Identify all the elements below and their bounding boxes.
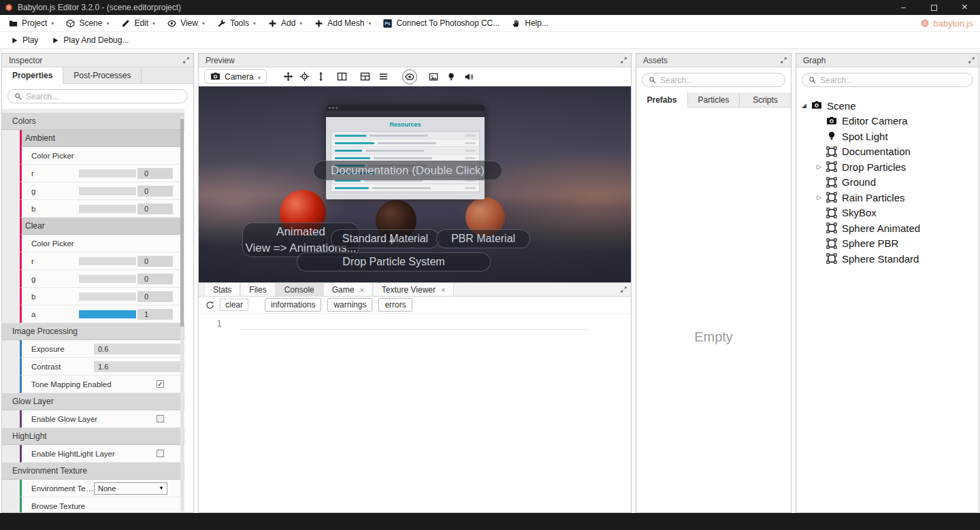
close-icon[interactable]: × <box>441 286 445 294</box>
tree-item-editor-camera[interactable]: Editor Camera <box>796 114 979 129</box>
tree-item-sphere-standard[interactable]: Sphere Standard <box>796 251 979 267</box>
tree-item-documentation[interactable]: Documentation <box>796 144 979 160</box>
label-standard-material[interactable]: Standard Material <box>331 229 440 248</box>
prop-row-contrast[interactable]: Contrast1.6 <box>20 358 180 376</box>
tab-scripts[interactable]: Scripts <box>740 93 791 107</box>
camera-select-button[interactable]: Camera <box>204 69 267 84</box>
tab-files[interactable]: Files <box>240 283 275 296</box>
refresh-icon[interactable] <box>206 301 214 310</box>
tree-expanded-caret-icon[interactable]: ◢ <box>802 102 811 109</box>
expand-panel-icon[interactable] <box>618 284 629 295</box>
menu-item-connect-to-photoshop-cc[interactable]: PsConnect To Photoshop CC... <box>377 15 506 31</box>
value-field[interactable]: 0 <box>137 168 173 179</box>
tab-stats[interactable]: Stats <box>204 283 240 296</box>
checkbox[interactable] <box>157 415 164 423</box>
value-field[interactable]: 1.6 <box>94 361 184 372</box>
folder-header-clear[interactable]: Clear <box>20 218 180 235</box>
split-horizontal-button[interactable] <box>357 69 374 84</box>
prop-row-exposure[interactable]: Exposure0.6 <box>20 340 180 358</box>
search-input[interactable] <box>660 76 779 85</box>
tree-item-sphere-pbr[interactable]: Sphere PBR <box>796 236 979 252</box>
checkbox[interactable] <box>157 380 164 388</box>
menu-item-edit[interactable]: Edit▾ <box>115 15 161 31</box>
documentation-preview-window[interactable]: Resources <box>326 105 485 199</box>
inspector-scrollbar[interactable] <box>180 116 184 510</box>
value-field[interactable]: 0 <box>137 291 173 302</box>
slider[interactable] <box>79 275 136 283</box>
minimize-button[interactable] <box>888 0 919 15</box>
tree-item-scene[interactable]: ◢Scene <box>796 98 979 114</box>
viewport-3d[interactable]: Resources Animated View => Animations...… <box>199 86 631 282</box>
textures-toggle-button[interactable] <box>426 69 441 84</box>
tab-console[interactable]: Console <box>276 283 323 296</box>
menu-item-help[interactable]: Help... <box>506 15 555 31</box>
tree-item-ground[interactable]: Ground <box>796 175 979 191</box>
expand-panel-icon[interactable] <box>778 55 789 66</box>
visibility-toggle-button[interactable] <box>402 69 417 84</box>
expand-panel-icon[interactable] <box>618 55 629 66</box>
prop-row-color-picker[interactable]: Color Picker <box>20 235 180 252</box>
play-and-debug-button[interactable]: Play And Debug... <box>45 32 135 48</box>
menu-item-scene[interactable]: Scene▾ <box>60 15 115 31</box>
prop-row-browse-texture[interactable]: Browse Texture <box>20 497 180 512</box>
prop-row-tone-mapping-enabled[interactable]: Tone Mapping Enabled <box>20 376 180 393</box>
menu-item-tools[interactable]: Tools▾ <box>211 15 262 31</box>
folder-header-ambient[interactable]: Ambient <box>20 130 180 147</box>
tab-properties[interactable]: Properties <box>2 67 63 84</box>
menu-item-add-mesh[interactable]: Add Mesh▾ <box>308 15 377 31</box>
menu-item-project[interactable]: Project▾ <box>3 15 60 31</box>
tab-particles[interactable]: Particles <box>688 93 740 107</box>
console-editor[interactable]: 1 <box>199 314 631 512</box>
rotate-tool-button[interactable] <box>297 69 313 84</box>
checkbox[interactable] <box>157 450 164 457</box>
menu-item-add[interactable]: Add▾ <box>262 15 308 31</box>
tree-item-drop-particles[interactable]: ▷Drop Particles <box>796 159 979 175</box>
tab-prefabs[interactable]: Prefabs <box>636 93 688 107</box>
move-tool-button[interactable] <box>280 69 297 84</box>
scale-tool-button[interactable] <box>313 69 329 84</box>
menu-item-view[interactable]: View▾ <box>161 15 211 31</box>
label-documentation[interactable]: Documentation (Double Click) <box>313 161 502 180</box>
prop-row-color-picker[interactable]: Color Picker <box>20 147 180 165</box>
layout-rows-button[interactable] <box>376 69 392 84</box>
prop-row-environment-textu[interactable]: Environment Textu...None▼ <box>20 480 180 497</box>
tab-game[interactable]: Game× <box>323 283 373 296</box>
tab-post-processes[interactable]: Post-Processes <box>63 67 142 83</box>
slider[interactable] <box>79 169 136 178</box>
tree-item-spot-light[interactable]: Spot Light <box>796 129 979 144</box>
dropdown-select[interactable]: None▼ <box>94 482 167 495</box>
tree-collapsed-caret-icon[interactable]: ▷ <box>817 163 826 170</box>
expand-panel-icon[interactable] <box>966 55 977 66</box>
value-field[interactable]: 0.6 <box>94 344 184 354</box>
slider[interactable] <box>79 205 136 213</box>
value-field[interactable]: 1 <box>137 309 173 320</box>
tab-texture-viewer[interactable]: Texture Viewer× <box>373 283 455 296</box>
clear-console-button[interactable]: clear <box>220 299 248 311</box>
value-field[interactable]: 0 <box>137 256 173 267</box>
scrollbar-thumb[interactable] <box>180 119 184 327</box>
label-drop-particle-system[interactable]: Drop Particle System <box>297 252 491 271</box>
maximize-button[interactable] <box>919 0 949 15</box>
value-field[interactable]: 0 <box>137 274 173 284</box>
audio-toggle-button[interactable] <box>461 69 476 84</box>
close-button[interactable] <box>949 0 980 15</box>
filter-informations-button[interactable]: informations <box>265 298 321 312</box>
filter-warnings-button[interactable]: warnings <box>327 298 372 312</box>
value-field[interactable]: 0 <box>137 186 173 197</box>
expand-panel-icon[interactable] <box>180 55 191 66</box>
prop-row-enable-glow-layer[interactable]: Enable Glow Layer <box>20 410 180 428</box>
slider[interactable] <box>79 310 136 318</box>
slider[interactable] <box>79 293 136 301</box>
play-button[interactable]: Play <box>4 32 45 48</box>
tree-item-rain-particles[interactable]: ▷Rain Particles <box>796 190 979 205</box>
split-vertical-button[interactable] <box>334 69 350 84</box>
tree-item-sphere-animated[interactable]: Sphere Animated <box>796 220 979 236</box>
tree-item-skybox[interactable]: SkyBox <box>796 205 979 221</box>
slider[interactable] <box>79 257 136 265</box>
close-icon[interactable]: × <box>359 286 363 294</box>
value-field[interactable]: 0 <box>137 203 173 214</box>
lights-toggle-button[interactable] <box>444 69 459 84</box>
prop-row-enable-hightlight-layer[interactable]: Enable HightLight Layer <box>20 445 180 463</box>
slider[interactable] <box>79 187 136 195</box>
search-input[interactable] <box>26 92 181 101</box>
